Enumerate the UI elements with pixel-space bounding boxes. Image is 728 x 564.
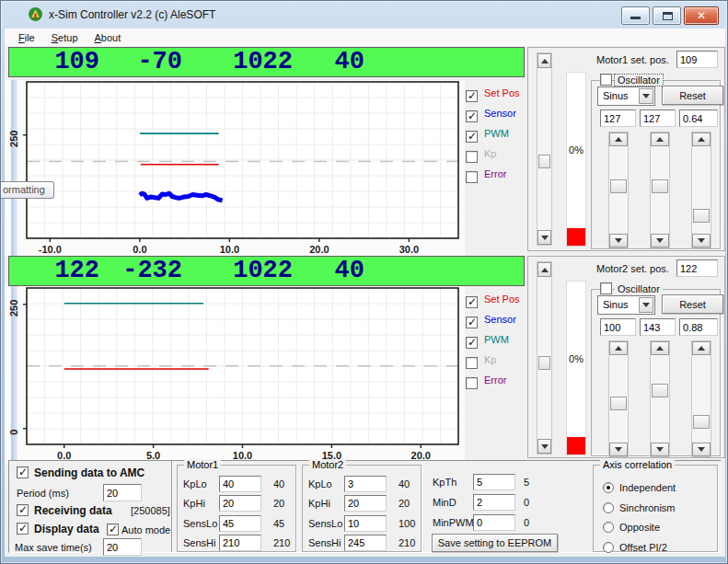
radio-independent[interactable] bbox=[603, 482, 614, 493]
kpth-field[interactable] bbox=[473, 474, 515, 490]
dropdown-button[interactable] bbox=[639, 297, 653, 313]
scroll-down-button[interactable] bbox=[692, 234, 711, 247]
motor1-set-pos-field[interactable] bbox=[676, 51, 718, 68]
sending-data-checkbox[interactable] bbox=[17, 466, 29, 478]
legend-label[interactable]: Error bbox=[484, 168, 506, 179]
motor2-position-scrollbar[interactable] bbox=[537, 261, 552, 455]
legend-label[interactable]: Sensor bbox=[484, 314, 516, 325]
scroll-up-button[interactable] bbox=[609, 341, 628, 355]
legend-label[interactable]: Set Pos bbox=[484, 294, 520, 305]
dropdown-button[interactable] bbox=[639, 88, 653, 104]
scroll-thumb[interactable] bbox=[693, 415, 710, 429]
kphi-field[interactable] bbox=[344, 495, 387, 512]
senshi-field[interactable] bbox=[344, 535, 387, 551]
radio-opposite[interactable] bbox=[603, 522, 614, 533]
scroll-thumb[interactable] bbox=[538, 155, 550, 168]
osc-center-field[interactable] bbox=[640, 109, 676, 127]
scroll-up-button[interactable] bbox=[692, 132, 711, 146]
osc-amplitude-slider[interactable] bbox=[608, 340, 629, 457]
scroll-thumb[interactable] bbox=[538, 356, 550, 370]
waveform-select[interactable]: Sinus bbox=[597, 295, 655, 315]
period-field[interactable] bbox=[103, 484, 142, 501]
minpwm-field[interactable] bbox=[473, 514, 515, 531]
osc-frequency-field[interactable] bbox=[679, 109, 718, 127]
kplo-field[interactable] bbox=[344, 476, 387, 492]
senslo-field[interactable] bbox=[219, 515, 261, 532]
radio-label[interactable]: Opposite bbox=[619, 522, 660, 533]
save-eeprom-button[interactable]: Save setting to EEPROM bbox=[432, 534, 558, 552]
pwm-checkbox[interactable] bbox=[466, 337, 478, 349]
scroll-down-button[interactable] bbox=[609, 443, 628, 456]
sensor-checkbox[interactable] bbox=[466, 317, 478, 328]
scroll-down-button[interactable] bbox=[537, 439, 551, 454]
set-pos-checkbox[interactable] bbox=[466, 90, 478, 102]
legend-label[interactable]: Sensor bbox=[484, 108, 516, 119]
receiving-data-label[interactable]: Receiving data bbox=[34, 504, 112, 517]
legend-label[interactable]: PWM bbox=[484, 128, 509, 139]
oscillator-label[interactable]: Oscillator bbox=[615, 75, 663, 86]
scroll-up-button[interactable] bbox=[537, 53, 551, 68]
osc-center-slider[interactable] bbox=[650, 340, 670, 457]
maximize-button[interactable] bbox=[653, 6, 681, 25]
radio-sinchronism[interactable] bbox=[603, 502, 614, 513]
error-checkbox[interactable] bbox=[466, 171, 478, 183]
receiving-data-checkbox[interactable] bbox=[17, 504, 29, 516]
radio-label[interactable]: Sinchronism bbox=[619, 502, 676, 513]
sending-data-label[interactable]: Sending data to AMC bbox=[34, 466, 144, 479]
osc-center-field[interactable] bbox=[640, 318, 676, 336]
osc-frequency-slider[interactable] bbox=[691, 340, 711, 457]
menu-about[interactable]: About bbox=[87, 30, 130, 45]
scroll-thumb[interactable] bbox=[610, 397, 627, 410]
legend-label[interactable]: Kp bbox=[484, 148, 496, 159]
motor2-set-pos-field[interactable] bbox=[676, 259, 718, 277]
scroll-thumb[interactable] bbox=[693, 209, 710, 223]
motor1-position-scrollbar[interactable] bbox=[537, 52, 552, 246]
pwm-checkbox[interactable] bbox=[466, 131, 478, 143]
osc-amplitude-field[interactable] bbox=[600, 109, 636, 127]
scroll-up-button[interactable] bbox=[651, 132, 669, 146]
menu-setup[interactable]: Setup bbox=[43, 30, 87, 45]
sensor-checkbox[interactable] bbox=[466, 110, 478, 122]
legend-label[interactable]: PWM bbox=[484, 334, 509, 345]
close-button[interactable]: ✕ bbox=[684, 6, 719, 25]
scroll-up-button[interactable] bbox=[692, 341, 711, 355]
scroll-thumb[interactable] bbox=[652, 384, 668, 397]
osc-amplitude-slider[interactable] bbox=[608, 132, 629, 248]
scroll-thumb[interactable] bbox=[652, 179, 668, 193]
kplo-field[interactable] bbox=[219, 476, 261, 492]
scroll-down-button[interactable] bbox=[651, 443, 669, 456]
osc-frequency-slider[interactable] bbox=[691, 132, 711, 248]
osc-amplitude-field[interactable] bbox=[600, 318, 636, 336]
max-save-field[interactable] bbox=[103, 538, 142, 556]
senshi-field[interactable] bbox=[219, 535, 261, 551]
radio-label[interactable]: Offset PI/2 bbox=[619, 542, 667, 553]
scroll-up-button[interactable] bbox=[651, 341, 669, 355]
radio-label[interactable]: Independent bbox=[619, 482, 676, 493]
oscillator-checkbox[interactable] bbox=[600, 282, 612, 294]
menu-file[interactable]: File bbox=[10, 30, 43, 45]
radio-offset-pi-2[interactable] bbox=[603, 542, 614, 553]
scroll-down-button[interactable] bbox=[537, 230, 551, 245]
osc-frequency-field[interactable] bbox=[679, 318, 718, 336]
display-data-checkbox[interactable] bbox=[17, 523, 29, 535]
osc-center-slider[interactable] bbox=[650, 132, 670, 248]
scroll-down-button[interactable] bbox=[651, 234, 669, 247]
error-checkbox[interactable] bbox=[466, 377, 478, 389]
waveform-select[interactable]: Sinus bbox=[597, 86, 655, 106]
scroll-thumb[interactable] bbox=[610, 179, 627, 193]
legend-label[interactable]: Set Pos bbox=[484, 87, 520, 98]
legend-label[interactable]: Error bbox=[484, 374, 506, 386]
legend-label[interactable]: Kp bbox=[484, 354, 496, 365]
scroll-up-button[interactable] bbox=[609, 132, 628, 146]
oscillator-checkbox[interactable] bbox=[600, 74, 612, 86]
kp-checkbox[interactable] bbox=[466, 151, 478, 163]
display-data-label[interactable]: Display data bbox=[34, 523, 99, 535]
scroll-up-button[interactable] bbox=[537, 262, 551, 277]
reset-button[interactable]: Reset bbox=[662, 86, 723, 105]
senslo-field[interactable] bbox=[344, 515, 387, 532]
kp-checkbox[interactable] bbox=[466, 357, 478, 369]
minimize-button[interactable] bbox=[621, 6, 650, 25]
scroll-down-button[interactable] bbox=[692, 443, 711, 456]
mind-field[interactable] bbox=[473, 494, 515, 511]
kphi-field[interactable] bbox=[219, 495, 261, 512]
